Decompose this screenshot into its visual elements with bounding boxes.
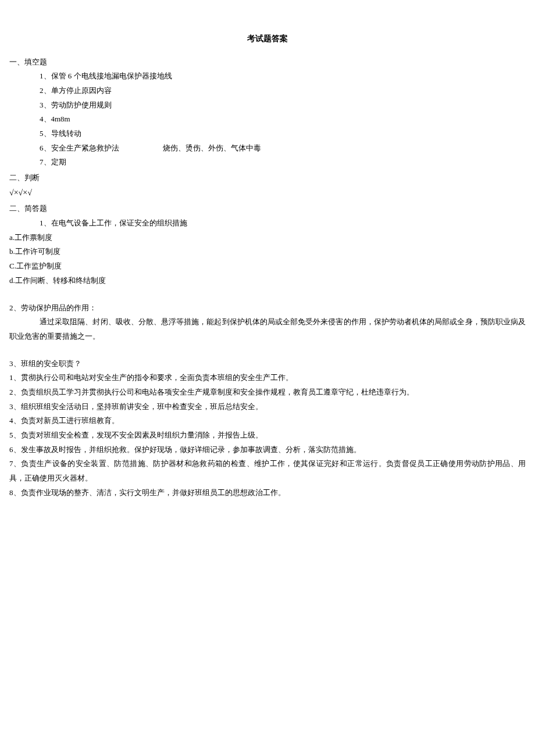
section-short-heading: 二、简答题 [9,202,526,216]
short-q2-title: 2、劳动保护用品的作用： [9,301,526,316]
fill-item-3: 3、劳动防护使用规则 [9,98,526,113]
short-q1-c: C.工作监护制度 [9,259,526,274]
short-q1-b: b.工作许可制度 [9,245,526,259]
short-q3-item-1: 1、贯彻执行公司和电站对安全生产的指令和要求，全面负责本班组的安全生产工作。 [9,371,526,385]
fill-item-7: 7、定期 [9,155,526,170]
short-q1-a: a.工作票制度 [9,231,526,245]
fill-item-2: 2、单方停止原因内容 [9,84,526,98]
short-q3-item-3: 3、组织班组安全活动日，坚持班前讲安全，班中检查安全，班后总结安全。 [9,400,526,414]
short-q3-item-7: 7、负责生产设备的安全装置、防范措施、防护器材和急救药箱的检查、维护工作，使其保… [9,457,526,485]
short-q1-title: 1、在电气设备上工作，保证安全的组织措施 [9,216,526,231]
short-q3-item-6: 6、发生事故及时报告，并组织抢救。保护好现场，做好详细记录，参加事故调查、分析，… [9,443,526,457]
section-judge-heading: 二、判断 [9,171,526,185]
fill-item-1: 1、保管 6 个电线接地漏电保护器接地线 [9,69,526,84]
short-q3-title: 3、班组的安全职责？ [9,357,526,371]
fill-item-6: 6、安全生产紧急救护法 烧伤、烫伤、外伤、气体中毒 [9,141,526,156]
fill-item-5: 5、导线转动 [9,127,526,141]
judge-answers-text: √×√×√ [9,188,32,197]
judge-answers: √×√×√ [9,185,526,201]
short-q2-content: 通过采取阻隔、封闭、吸收、分散、悬浮等措施，能起到保护机体的局或全部免受外来侵害… [9,315,526,343]
short-q3-item-2: 2、负责组织员工学习并贯彻执行公司和电站各项安全生产规章制度和安全操作规程，教育… [9,385,526,400]
fill-item-6-main: 6、安全生产紧急救护法 [40,144,119,152]
short-q3-item-4: 4、负责对新员工进行班组教育。 [9,414,526,428]
fill-item-6-extra: 烧伤、烫伤、外伤、气体中毒 [163,144,261,152]
page-title: 考试题答案 [9,31,526,47]
short-q1-d: d.工作间断、转移和终结制度 [9,274,526,288]
short-q3-item-5: 5、负责对班组安全检查，发现不安全因素及时组织力量消除，并报告上级。 [9,428,526,443]
short-q3-item-8: 8、负责作业现场的整齐、清洁，实行文明生产，并做好班组员工的思想政治工作。 [9,486,526,500]
fill-item-4: 4、4m8m [9,112,526,127]
section-fill-heading: 一、填空题 [9,55,526,70]
